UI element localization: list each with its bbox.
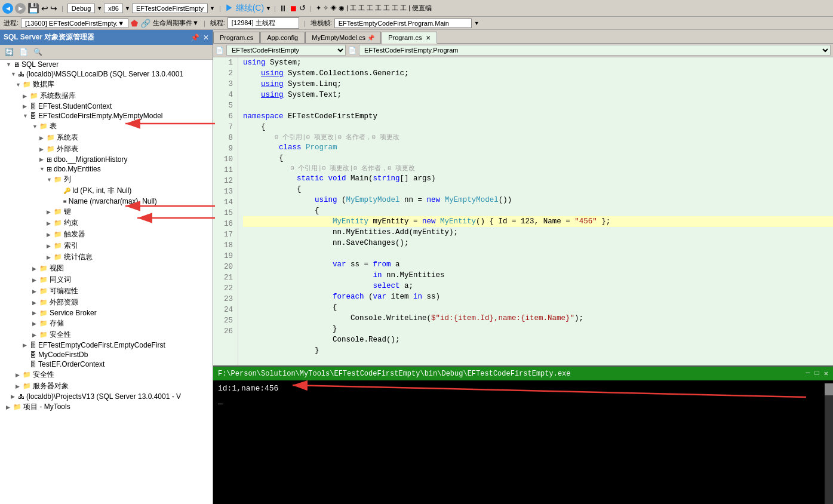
tree-item-indexes[interactable]: ▶ 📁 索引 <box>0 240 213 251</box>
server1-icon: 🖧 <box>18 70 24 78</box>
tree-item-col-id[interactable]: 🔑 Id (PK, int, 非 Null) <box>0 185 213 196</box>
tab-pin-3: 📌 <box>367 35 374 41</box>
db5-label: TestEF.OrderContext <box>38 360 104 368</box>
stack-expand[interactable]: ▼ <box>474 20 479 26</box>
tree-item-myentities[interactable]: ▼ ⊞ dbo.MyEntities <box>0 164 213 174</box>
tree-item-stats[interactable]: ▶ 📁 统计信息 <box>0 251 213 263</box>
tree-item-col-name[interactable]: ≡ Name (nvarchar(max), Null) <box>0 196 213 206</box>
tree-item-db5[interactable]: 🗄 TestEF.OrderContext <box>0 359 213 369</box>
new-query-btn[interactable]: 📄 <box>17 46 30 58</box>
ln17: 17 <box>218 229 233 240</box>
console-maximize-btn[interactable]: □ <box>815 369 819 378</box>
console-minimize-btn[interactable]: — <box>806 369 810 378</box>
tab-app-config[interactable]: App.config <box>260 32 305 43</box>
stack-dropdown[interactable]: EFTestEmptyCodeFirst.Program.Main <box>334 19 472 28</box>
tree-item-programmable[interactable]: ▶ 📁 可编程性 <box>0 285 213 297</box>
continue-btn[interactable]: ▶ 继续(C) <box>225 3 264 14</box>
tree-item-sql-server[interactable]: ▼ 🖥 SQL Server <box>0 60 213 69</box>
tree-item-systable[interactable]: ▶ 📁 系统表 <box>0 132 213 143</box>
tree-item-columns[interactable]: ▼ 📁 列 <box>0 174 213 185</box>
ln16: 16 <box>218 219 233 229</box>
stop-btn[interactable]: ⏹ <box>289 4 297 13</box>
migration-label: dbo.__MigrationHistory <box>54 155 127 164</box>
panel-close-btn[interactable]: ✕ <box>203 33 209 42</box>
lifecycle-label[interactable]: 生命周期事件▼ <box>153 19 199 27</box>
console-scrollbar[interactable] <box>825 383 833 504</box>
tree-item-exttable[interactable]: ▶ 📁 外部表 <box>0 143 213 155</box>
tree-item-db2[interactable]: ▼ 🗄 EFTestCodeFirstEmpty.MyEmptyModel <box>0 111 213 121</box>
serverobj-label: 服务器对象 <box>33 381 69 391</box>
arrow-projects: ▶ <box>6 404 13 410</box>
tree-item-security2[interactable]: ▶ 📁 安全性 <box>0 329 213 340</box>
filter-icon[interactable]: ⬟ <box>131 19 138 28</box>
keys-icon: 📁 <box>54 208 62 216</box>
code-line-12: using (MyEmptyModel nn = new MyEmptyMode… <box>243 195 833 205</box>
project-name[interactable]: EFTestCodeFirstEmpty <box>132 4 208 13</box>
storage-label: 存储 <box>50 318 64 328</box>
views-icon: 📁 <box>39 265 48 272</box>
console-window: F:\Person\Solution\MyTools\EFTestCodeFir… <box>213 365 833 504</box>
tree-item-service-broker[interactable]: ▶ 📁 Service Broker <box>0 308 213 318</box>
console-scrollbar-thumb <box>825 383 833 395</box>
tree-item-databases[interactable]: ▼ 📁 数据库 <box>0 79 213 90</box>
tree-item-db4[interactable]: 🗄 MyCodeFirstDb <box>0 350 213 359</box>
ln18: 18 <box>218 240 233 251</box>
code-location-right[interactable]: EFTestCodeFirstEmpty.Program <box>359 45 831 56</box>
process-dropdown[interactable]: [13600] EFTestCodeFirstEmpty.▼ <box>21 19 128 28</box>
filter-btn[interactable]: 🔍 <box>31 46 44 58</box>
tree-item-projects[interactable]: ▶ 📁 项目 - MyTools <box>0 401 213 413</box>
security2-label: 安全性 <box>50 330 71 340</box>
tables-icon: 📁 <box>39 122 48 130</box>
tab-myemptymodel[interactable]: MyEmptyModel.cs 📌 <box>305 32 381 43</box>
tree-item-db1[interactable]: ▶ 🗄 EFTest.StudentContext <box>0 102 213 111</box>
arrow-security: ▶ <box>16 372 23 378</box>
undo-icon[interactable]: ↩ <box>41 4 48 13</box>
tree-item-triggers[interactable]: ▶ 📁 触发器 <box>0 229 213 240</box>
attach-icon[interactable]: 🔗 <box>140 19 150 28</box>
tables-label: 表 <box>50 121 57 131</box>
line-numbers: 1 2 3 4 5 6 7 8 9 10 11 12 13 14 15 16 1 <box>213 57 238 365</box>
panel-pin-btn[interactable]: 📌 <box>190 33 199 42</box>
tree-item-db3[interactable]: ▶ 🗄 EFTestEmptyCodeFirst.EmptyCodeFirst <box>0 340 213 350</box>
tree-item-keys[interactable]: ▶ 📁 键 <box>0 206 213 217</box>
code-location-bar: 📄 EFTestCodeFirstEmpty 📄 EFTestCodeFirst… <box>213 44 833 57</box>
refresh-btn[interactable]: 🔄 <box>2 46 16 58</box>
tree-item-tables[interactable]: ▼ 📁 表 <box>0 121 213 132</box>
tree-item-server1[interactable]: ▼ 🖧 (localdb)\MSSQLLocalDB (SQL Server 1… <box>0 69 213 79</box>
tree-item-views[interactable]: ▶ 📁 视图 <box>0 263 213 274</box>
serverobj-icon: 📁 <box>23 382 31 390</box>
tab-close-active[interactable]: ✕ <box>426 35 431 41</box>
tree-item-serverobj[interactable]: ▶ 📁 服务器对象 <box>0 380 213 392</box>
security-icon: 📁 <box>23 371 31 379</box>
pause-btn[interactable]: ⏸ <box>279 4 287 13</box>
tree-item-synonyms[interactable]: ▶ 📁 同义词 <box>0 274 213 285</box>
tree-item-security[interactable]: ▶ 📁 安全性 <box>0 369 213 380</box>
restart-btn[interactable]: ↺ <box>299 4 306 13</box>
tree-item-storage[interactable]: ▶ 📁 存储 <box>0 318 213 329</box>
ln11: 11 <box>218 165 233 176</box>
platform[interactable]: x86 <box>104 4 123 13</box>
debug-mode[interactable]: Debug <box>67 4 95 13</box>
db4-icon: 🗄 <box>30 351 36 358</box>
ln25: 25 <box>218 315 233 326</box>
tree-item-sysdb[interactable]: ▶ 📁 系统数据库 <box>0 90 213 102</box>
ln4: 4 <box>218 90 233 100</box>
tree-item-constraints[interactable]: ▶ 📁 约束 <box>0 217 213 229</box>
code-location-left[interactable]: EFTestCodeFirstEmpty <box>226 45 346 56</box>
save-icon[interactable]: 💾 <box>27 2 39 14</box>
line-dropdown[interactable]: [12984] 主线程 <box>228 17 299 29</box>
tree-item-extres[interactable]: ▶ 📁 外部资源 <box>0 297 213 308</box>
indexes-icon: 📁 <box>54 242 62 250</box>
tree-item-migration[interactable]: ▶ ⊞ dbo.__MigrationHistory <box>0 155 213 164</box>
redo-icon[interactable]: ↪ <box>50 4 57 13</box>
col-id-label: Id (PK, int, 非 Null) <box>72 186 131 196</box>
server-icon: 🖥 <box>13 61 20 68</box>
tab-program-cs-active[interactable]: Program.cs ✕ <box>382 32 437 44</box>
forward-btn[interactable]: ▶ <box>15 3 26 14</box>
code-file-icon: 📄 <box>216 47 224 54</box>
tree-item-server2[interactable]: ▶ 🖧 (localdb)\ProjectsV13 (SQL Server 13… <box>0 392 213 401</box>
back-btn[interactable]: ◀ <box>2 3 13 14</box>
tab-program-cs-1[interactable]: Program.cs <box>213 32 260 43</box>
console-close-btn[interactable]: ✕ <box>824 369 828 378</box>
code-line-4: using System.Text; <box>243 90 833 100</box>
